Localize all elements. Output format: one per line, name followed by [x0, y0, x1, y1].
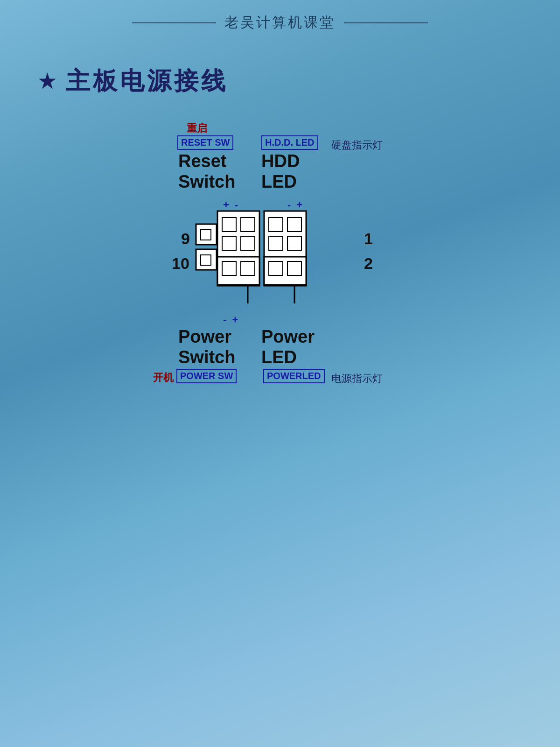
- minus-plus-bottom: - +: [223, 314, 238, 326]
- svg-rect-0: [196, 224, 217, 245]
- header-line-right: [344, 22, 428, 23]
- plus-minus-top-right: - +: [287, 199, 302, 211]
- label-dianyuan: 电源指示灯: [331, 372, 383, 386]
- label-hdd-led: H.D.D. LED: [261, 135, 318, 150]
- diagram-area: 重启 RESET SW H.D.D. LED 硬盘指示灯 Reset Switc…: [149, 121, 411, 402]
- text-power-switch: Power Switch: [178, 327, 235, 367]
- header-line-left: [132, 22, 216, 23]
- label-kaiji: 开机: [153, 371, 174, 385]
- text-power-led: Power LED: [261, 327, 315, 367]
- label-power-sw: POWER SW: [176, 369, 237, 383]
- label-powerled: POWERLED: [263, 369, 325, 383]
- text-reset: Reset Switch: [178, 151, 235, 192]
- header-title: 老吴计算机课堂: [216, 13, 344, 32]
- label-yingpan: 硬盘指示灯: [331, 138, 383, 152]
- plus-minus-top-left: + -: [223, 199, 238, 211]
- header-bar: 老吴计算机课堂: [0, 0, 560, 37]
- connector-svg: [195, 210, 372, 341]
- text-hdd: HDD LED: [261, 151, 300, 192]
- page-title: 主板电源接线: [66, 65, 228, 98]
- label-reset-sw: RESET SW: [177, 135, 233, 150]
- svg-rect-2: [196, 249, 217, 270]
- page-title-area: ★ 主板电源接线: [0, 37, 560, 98]
- star-icon: ★: [37, 70, 57, 92]
- num-9: 9: [181, 230, 190, 248]
- num-10: 10: [172, 254, 189, 273]
- connector-diagram: 重启 RESET SW H.D.D. LED 硬盘指示灯 Reset Switc…: [149, 121, 411, 402]
- label-chongqi: 重启: [187, 121, 207, 135]
